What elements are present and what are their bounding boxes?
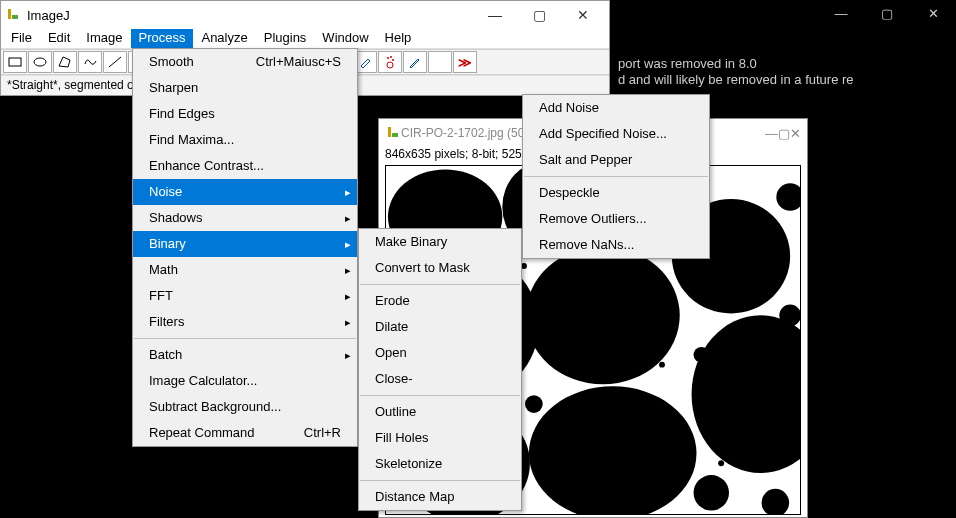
binary-close-[interactable]: Close-: [359, 366, 521, 392]
process-image-calculator-[interactable]: Image Calculator...: [133, 368, 357, 394]
binary-make-binary[interactable]: Make Binary: [359, 229, 521, 255]
noise-remove-nans-[interactable]: Remove NaNs...: [523, 232, 709, 258]
process-fft[interactable]: FFT: [133, 283, 357, 309]
svg-point-36: [34, 58, 46, 66]
menu-edit[interactable]: Edit: [40, 29, 78, 48]
tool-spray[interactable]: [378, 51, 402, 73]
imagej-titlebar[interactable]: ImageJ — ▢ ✕: [1, 1, 609, 29]
svg-point-25: [678, 420, 686, 428]
tool-blank[interactable]: [428, 51, 452, 73]
process-batch[interactable]: Batch: [133, 342, 357, 368]
binary-distance-map[interactable]: Distance Map: [359, 484, 521, 510]
menu-plugins[interactable]: Plugins: [256, 29, 315, 48]
process-binary[interactable]: Binary: [133, 231, 357, 257]
svg-rect-0: [388, 127, 391, 137]
svg-point-19: [694, 475, 729, 510]
svg-point-28: [748, 322, 754, 328]
binary-dilate[interactable]: Dilate: [359, 314, 521, 340]
process-math[interactable]: Math: [133, 257, 357, 283]
binary-erode[interactable]: Erode: [359, 288, 521, 314]
process-enhance-contrast-[interactable]: Enhance Contrast...: [133, 153, 357, 179]
ij-min[interactable]: —: [473, 7, 517, 23]
console-min[interactable]: —: [818, 0, 864, 28]
process-subtract-background-[interactable]: Subtract Background...: [133, 394, 357, 420]
tool-line[interactable]: [103, 51, 127, 73]
process-find-maxima-[interactable]: Find Maxima...: [133, 127, 357, 153]
svg-point-24: [659, 362, 665, 368]
menu-window[interactable]: Window: [314, 29, 376, 48]
binary-submenu: Make BinaryConvert to MaskErodeDilateOpe…: [358, 228, 522, 511]
process-menu: SmoothCtrl+Maiusc+SSharpenFind EdgesFind…: [132, 48, 358, 447]
svg-point-16: [694, 347, 710, 363]
binary-outline[interactable]: Outline: [359, 399, 521, 425]
imgwin-min[interactable]: —: [765, 126, 778, 141]
console-output: port was removed in 8.0 d and will likel…: [618, 56, 854, 88]
svg-point-31: [640, 392, 644, 396]
menu-process[interactable]: Process: [131, 29, 194, 48]
imagej-icon: [385, 125, 401, 141]
svg-point-49: [392, 59, 394, 61]
imagej-icon: [5, 7, 21, 23]
tool-freehand[interactable]: [78, 51, 102, 73]
process-find-edges[interactable]: Find Edges: [133, 101, 357, 127]
console-window-controls: ✕ ▢ —: [610, 0, 956, 30]
binary-convert-to-mask[interactable]: Convert to Mask: [359, 255, 521, 281]
ij-max[interactable]: ▢: [517, 7, 561, 23]
noise-salt-and-pepper[interactable]: Salt and Pepper: [523, 147, 709, 173]
console-max[interactable]: ▢: [864, 0, 910, 28]
svg-point-18: [779, 305, 800, 327]
tool-run[interactable]: ≫: [453, 51, 477, 73]
svg-rect-33: [8, 9, 11, 19]
svg-point-47: [387, 57, 389, 59]
menu-image[interactable]: Image: [78, 29, 130, 48]
binary-open[interactable]: Open: [359, 340, 521, 366]
svg-point-48: [390, 56, 392, 58]
svg-rect-35: [9, 58, 21, 66]
noise-remove-outliers-[interactable]: Remove Outliers...: [523, 206, 709, 232]
svg-point-46: [387, 62, 393, 68]
svg-rect-34: [12, 15, 18, 19]
imgwin-max[interactable]: ▢: [778, 126, 790, 141]
process-shadows[interactable]: Shadows: [133, 205, 357, 231]
tool-oval[interactable]: [28, 51, 52, 73]
noise-submenu: Add NoiseAdd Specified Noise...Salt and …: [522, 94, 710, 259]
menu-help[interactable]: Help: [377, 29, 420, 48]
svg-rect-1: [392, 133, 398, 137]
binary-skeletonize[interactable]: Skeletonize: [359, 451, 521, 477]
console-close[interactable]: ✕: [910, 0, 956, 28]
tool-rect[interactable]: [3, 51, 27, 73]
binary-fill-holes[interactable]: Fill Holes: [359, 425, 521, 451]
noise-add-specified-noise-[interactable]: Add Specified Noise...: [523, 121, 709, 147]
tool-poly[interactable]: [53, 51, 77, 73]
menu-file[interactable]: File: [3, 29, 40, 48]
process-repeat-command[interactable]: Repeat CommandCtrl+R: [133, 420, 357, 446]
process-noise[interactable]: Noise: [133, 179, 357, 205]
svg-point-6: [526, 246, 680, 384]
noise-add-noise[interactable]: Add Noise: [523, 95, 709, 121]
process-sharpen[interactable]: Sharpen: [133, 75, 357, 101]
imagej-title: ImageJ: [27, 8, 473, 23]
menu-analyze[interactable]: Analyze: [193, 29, 255, 48]
ij-close[interactable]: ✕: [561, 7, 605, 23]
process-smooth[interactable]: SmoothCtrl+Maiusc+S: [133, 49, 357, 75]
svg-point-32: [718, 460, 724, 466]
svg-point-15: [525, 395, 543, 413]
tool-pencil[interactable]: [403, 51, 427, 73]
imgwin-close[interactable]: ✕: [790, 126, 801, 141]
menubar: FileEditImageProcessAnalyzePluginsWindow…: [1, 29, 609, 49]
process-filters[interactable]: Filters: [133, 309, 357, 335]
svg-point-29: [541, 480, 547, 486]
noise-despeckle[interactable]: Despeckle: [523, 180, 709, 206]
svg-line-37: [109, 57, 121, 67]
